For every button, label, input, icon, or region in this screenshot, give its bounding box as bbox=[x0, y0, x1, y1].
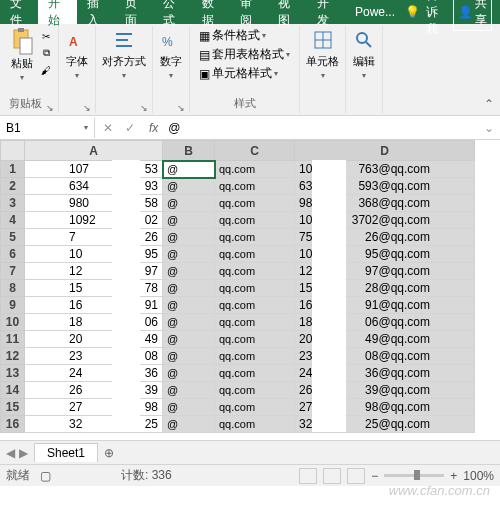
cell-styles-button[interactable]: ▣单元格样式▾ bbox=[199, 64, 278, 83]
chevron-down-icon[interactable]: ▾ bbox=[84, 123, 88, 132]
dialog-launcher-icon[interactable]: ↘ bbox=[177, 103, 185, 113]
zoom-out-button[interactable]: − bbox=[371, 469, 378, 483]
tab-file[interactable]: 文件 bbox=[0, 0, 38, 24]
cell-B3[interactable]: @ bbox=[163, 195, 215, 212]
cell-A4[interactable]: 109202 bbox=[25, 212, 163, 229]
cell-B14[interactable]: @ bbox=[163, 382, 215, 399]
cell-C16[interactable]: qq.com bbox=[215, 416, 295, 433]
cell-C9[interactable]: qq.com bbox=[215, 297, 295, 314]
row-header-13[interactable]: 13 bbox=[1, 365, 25, 382]
cell-C15[interactable]: qq.com bbox=[215, 399, 295, 416]
cells-button[interactable]: 单元格 ▾ bbox=[304, 26, 341, 82]
cell-A6[interactable]: 1095 bbox=[25, 246, 163, 263]
view-pagebreak-button[interactable] bbox=[347, 468, 365, 484]
cancel-formula-icon[interactable]: ✕ bbox=[99, 121, 117, 135]
cell-C2[interactable]: qq.com bbox=[215, 178, 295, 195]
cell-B2[interactable]: @ bbox=[163, 178, 215, 195]
copy-button[interactable]: ⧉ bbox=[38, 45, 54, 61]
cell-C5[interactable]: qq.com bbox=[215, 229, 295, 246]
tab-data[interactable]: 数据 bbox=[192, 0, 230, 24]
cell-C8[interactable]: qq.com bbox=[215, 280, 295, 297]
record-macro-icon[interactable]: ▢ bbox=[40, 469, 51, 483]
cell-A2[interactable]: 63493 bbox=[25, 178, 163, 195]
row-header-14[interactable]: 14 bbox=[1, 382, 25, 399]
cell-C3[interactable]: qq.com bbox=[215, 195, 295, 212]
cell-B9[interactable]: @ bbox=[163, 297, 215, 314]
dialog-launcher-icon[interactable]: ↘ bbox=[83, 103, 91, 113]
select-all-corner[interactable] bbox=[1, 141, 25, 161]
cell-A8[interactable]: 1578 bbox=[25, 280, 163, 297]
row-header-4[interactable]: 4 bbox=[1, 212, 25, 229]
tab-formulas[interactable]: 公式 bbox=[153, 0, 191, 24]
row-header-8[interactable]: 8 bbox=[1, 280, 25, 297]
zoom-value[interactable]: 100% bbox=[463, 469, 494, 483]
cell-A1[interactable]: 10753 bbox=[25, 161, 163, 178]
cell-B5[interactable]: @ bbox=[163, 229, 215, 246]
tab-power[interactable]: Powe... bbox=[345, 0, 405, 24]
view-normal-button[interactable] bbox=[299, 468, 317, 484]
dialog-launcher-icon[interactable]: ↘ bbox=[46, 103, 54, 113]
spreadsheet-grid[interactable]: ABCD110753@qq.com10763@qq.com263493@qq.c… bbox=[0, 140, 500, 440]
cell-C4[interactable]: qq.com bbox=[215, 212, 295, 229]
zoom-in-button[interactable]: + bbox=[450, 469, 457, 483]
formula-value[interactable]: @ bbox=[164, 121, 184, 135]
tab-layout[interactable]: 页面 bbox=[115, 0, 153, 24]
sheet-nav-prev-icon[interactable]: ◀ bbox=[6, 446, 15, 460]
cell-B10[interactable]: @ bbox=[163, 314, 215, 331]
row-header-11[interactable]: 11 bbox=[1, 331, 25, 348]
enter-formula-icon[interactable]: ✓ bbox=[121, 121, 139, 135]
row-header-7[interactable]: 7 bbox=[1, 263, 25, 280]
cell-B12[interactable]: @ bbox=[163, 348, 215, 365]
row-header-12[interactable]: 12 bbox=[1, 348, 25, 365]
view-layout-button[interactable] bbox=[323, 468, 341, 484]
format-painter-button[interactable]: 🖌 bbox=[38, 62, 54, 78]
col-header-C[interactable]: C bbox=[215, 141, 295, 161]
name-box[interactable]: B1 ▾ bbox=[0, 118, 95, 138]
cell-C11[interactable]: qq.com bbox=[215, 331, 295, 348]
cell-C13[interactable]: qq.com bbox=[215, 365, 295, 382]
format-as-table-button[interactable]: ▤套用表格格式▾ bbox=[199, 45, 290, 64]
cell-B6[interactable]: @ bbox=[163, 246, 215, 263]
tell-me[interactable]: 告诉我 bbox=[426, 0, 447, 38]
cell-A16[interactable]: 3225 bbox=[25, 416, 163, 433]
sheet-nav-next-icon[interactable]: ▶ bbox=[19, 446, 28, 460]
row-header-16[interactable]: 16 bbox=[1, 416, 25, 433]
cell-C14[interactable]: qq.com bbox=[215, 382, 295, 399]
cell-C10[interactable]: qq.com bbox=[215, 314, 295, 331]
cell-B7[interactable]: @ bbox=[163, 263, 215, 280]
cell-B13[interactable]: @ bbox=[163, 365, 215, 382]
cell-B8[interactable]: @ bbox=[163, 280, 215, 297]
cell-B4[interactable]: @ bbox=[163, 212, 215, 229]
fx-icon[interactable]: fx bbox=[143, 121, 164, 135]
font-button[interactable]: A 字体 ▾ bbox=[63, 26, 91, 82]
row-header-15[interactable]: 15 bbox=[1, 399, 25, 416]
paste-button[interactable]: 粘贴 ▾ bbox=[8, 28, 36, 84]
cell-A11[interactable]: 2049 bbox=[25, 331, 163, 348]
row-header-10[interactable]: 10 bbox=[1, 314, 25, 331]
tab-home[interactable]: 开始 bbox=[38, 0, 76, 24]
number-button[interactable]: % 数字 ▾ bbox=[157, 26, 185, 82]
editing-button[interactable]: 编辑 ▾ bbox=[350, 26, 378, 82]
add-sheet-button[interactable]: ⊕ bbox=[98, 446, 120, 460]
col-header-A[interactable]: A bbox=[25, 141, 163, 161]
col-header-D[interactable]: D bbox=[295, 141, 475, 161]
cell-A3[interactable]: 98058 bbox=[25, 195, 163, 212]
cell-A12[interactable]: 2308 bbox=[25, 348, 163, 365]
tab-review[interactable]: 审阅 bbox=[230, 0, 268, 24]
cell-C7[interactable]: qq.com bbox=[215, 263, 295, 280]
expand-formula-icon[interactable]: ⌄ bbox=[478, 121, 500, 135]
cell-B16[interactable]: @ bbox=[163, 416, 215, 433]
collapse-ribbon-icon[interactable]: ⌃ bbox=[484, 97, 494, 111]
cell-A13[interactable]: 2436 bbox=[25, 365, 163, 382]
row-header-6[interactable]: 6 bbox=[1, 246, 25, 263]
zoom-slider[interactable] bbox=[384, 474, 444, 477]
alignment-button[interactable]: 对齐方式 ▾ bbox=[100, 26, 148, 82]
cell-A7[interactable]: 1297 bbox=[25, 263, 163, 280]
row-header-1[interactable]: 1 bbox=[1, 161, 25, 178]
tab-view[interactable]: 视图 bbox=[268, 0, 306, 24]
row-header-5[interactable]: 5 bbox=[1, 229, 25, 246]
col-header-B[interactable]: B bbox=[163, 141, 215, 161]
cell-A5[interactable]: 726 bbox=[25, 229, 163, 246]
cell-C12[interactable]: qq.com bbox=[215, 348, 295, 365]
dialog-launcher-icon[interactable]: ↘ bbox=[140, 103, 148, 113]
